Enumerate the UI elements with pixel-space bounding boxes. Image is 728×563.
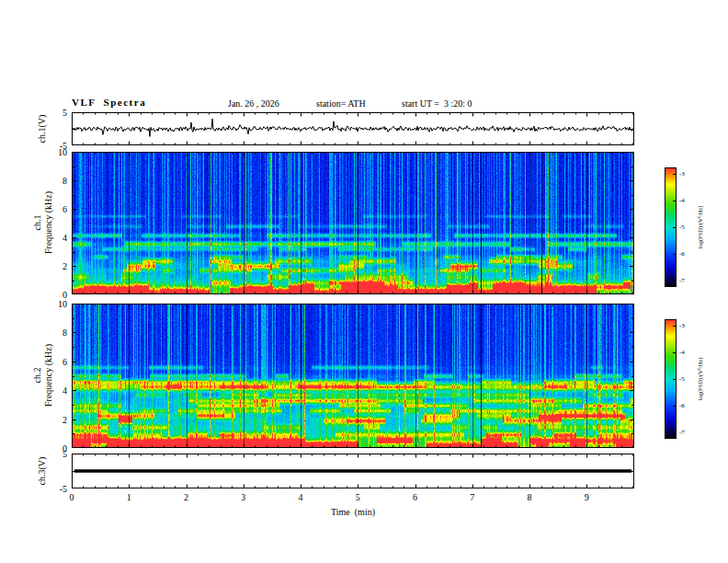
vlf-spectra-plot: VLF Spectra Jan. 26 , 2026 station= ATH … <box>0 0 728 563</box>
x-tick-label: 4 <box>299 492 303 502</box>
ch3-voltage-axis-label: ch.3(V) <box>37 457 48 486</box>
colorbar1-tick-label: -3 <box>679 170 685 178</box>
plot-date: Jan. 26 , 2026 <box>228 98 279 109</box>
ch2-frequency-axis-label-line2: Frequency (kHz) <box>43 344 54 407</box>
colorbar1-tick-label: -5 <box>679 224 685 231</box>
ch1-frequency-axis-label-line1: ch.1 <box>32 191 43 254</box>
colorbar-ch2 <box>665 319 677 439</box>
colorbar2-tick-label: -5 <box>679 375 685 383</box>
colorbar2-tick-label: -6 <box>679 402 685 409</box>
x-tick-label: 6 <box>413 492 417 502</box>
x-tick-label: 2 <box>184 492 188 502</box>
ch2-spectrogram-panel <box>72 304 634 448</box>
y-tick-label-ch3v: 5 <box>63 449 67 459</box>
y-tick-label-ch2-freq: 8 <box>63 327 67 338</box>
ch1-frequency-axis-label-line2: Frequency (kHz) <box>43 191 54 254</box>
y-tick-label-ch1-freq: 2 <box>63 261 67 271</box>
y-tick-label-ch1-freq: 8 <box>63 176 67 186</box>
x-tick-label: 8 <box>528 492 532 502</box>
plot-station: station= ATH <box>316 98 366 109</box>
colorbar2-tick-label: -7 <box>679 429 685 436</box>
ch1-spectrogram-panel <box>72 152 634 294</box>
colorbar2-label: log(PSD)/(V²/Hz) <box>697 358 704 401</box>
y-tick-label-ch1-freq: 10 <box>58 147 67 157</box>
time-axis-label: Time (min) <box>331 507 375 517</box>
y-tick-label-ch1v: 5 <box>63 108 67 118</box>
y-tick-label-ch2-freq: 2 <box>63 414 67 424</box>
y-tick-label-ch3v: -5 <box>60 484 67 494</box>
x-tick-label: 1 <box>127 492 131 502</box>
ch3-waveform-panel <box>72 454 634 488</box>
colorbar2-tick-label: -3 <box>679 322 685 329</box>
x-tick-label: 7 <box>470 492 474 502</box>
colorbar1-tick-label: -7 <box>679 277 685 284</box>
colorbar1-label: log(PSD)/(V²/Hz) <box>697 206 704 249</box>
ch1-voltage-axis-label: ch.1(V) <box>37 115 48 144</box>
y-tick-label-ch2-freq: 4 <box>63 385 67 396</box>
x-tick-label: 5 <box>356 492 360 502</box>
colorbar2-tick-label: -4 <box>679 349 685 356</box>
plot-start-ut: start UT = 3 :20: 0 <box>402 98 472 109</box>
x-tick-label: 0 <box>70 492 74 502</box>
colorbar1-tick-label: -4 <box>679 197 685 204</box>
ch1-frequency-axis-label: ch.1 Frequency (kHz) <box>32 191 54 254</box>
y-tick-label-ch1-freq: 6 <box>63 204 67 214</box>
ch2-frequency-axis-label: ch.2 Frequency (kHz) <box>32 344 54 407</box>
ch2-frequency-axis-label-line1: ch.2 <box>32 344 43 407</box>
x-tick-label: 9 <box>585 492 589 502</box>
plot-title: VLF Spectra <box>72 97 146 108</box>
y-tick-label-ch2-freq: 6 <box>63 356 67 366</box>
x-tick-label: 3 <box>241 492 245 502</box>
colorbar-ch1 <box>665 167 677 287</box>
y-tick-label-ch2-freq: 10 <box>58 299 67 309</box>
ch1-waveform-panel <box>72 112 634 145</box>
y-tick-label-ch1-freq: 4 <box>63 233 67 243</box>
colorbar1-tick-label: -6 <box>679 250 685 258</box>
